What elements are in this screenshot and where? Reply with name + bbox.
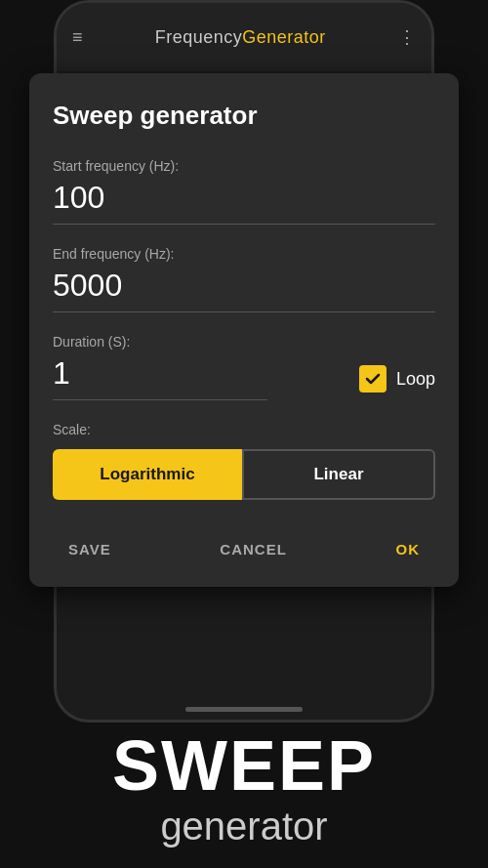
start-frequency-value[interactable]: 100 — [53, 180, 435, 225]
loop-label: Loop — [396, 369, 435, 390]
duration-label: Duration (S): — [53, 334, 359, 350]
duration-value[interactable]: 1 — [53, 355, 267, 400]
logarithmic-button[interactable]: Logarithmic — [53, 449, 242, 500]
save-button[interactable]: SAVE — [53, 531, 127, 567]
app-title: FrequencyGenerator — [155, 27, 326, 48]
title-part1: Frequency — [155, 27, 243, 47]
hamburger-icon[interactable]: ≡ — [72, 27, 83, 48]
start-frequency-label: Start frequency (Hz): — [53, 158, 435, 174]
scale-buttons: Logarithmic Linear — [53, 449, 435, 500]
end-frequency-label: End frequency (Hz): — [53, 246, 435, 262]
phone-background: ≡ FrequencyGenerator ⋮ Sweep generator S… — [0, 0, 488, 868]
sweep-generator-dialog: Sweep generator Start frequency (Hz): 10… — [29, 73, 459, 587]
cancel-button[interactable]: CANCEL — [204, 531, 303, 567]
generator-text: generator — [0, 805, 488, 848]
title-part2: Generator — [242, 27, 326, 47]
app-bar: ≡ FrequencyGenerator ⋮ — [57, 3, 431, 71]
phone-notch — [185, 707, 303, 712]
duration-section: Duration (S): 1 — [53, 334, 359, 400]
linear-button[interactable]: Linear — [242, 449, 435, 500]
dialog-actions: SAVE CANCEL OK — [53, 527, 435, 567]
loop-checkbox[interactable] — [359, 365, 386, 393]
ok-button[interactable]: OK — [380, 531, 435, 567]
scale-label: Scale: — [53, 422, 435, 437]
duration-loop-row: Duration (S): 1 Loop — [53, 334, 435, 400]
dialog-title: Sweep generator — [53, 101, 435, 131]
bottom-text-area: SWEEP generator — [0, 730, 488, 848]
more-icon[interactable]: ⋮ — [398, 26, 416, 48]
loop-section: Loop — [359, 365, 435, 400]
checkmark-icon — [364, 370, 382, 388]
end-frequency-value[interactable]: 5000 — [53, 268, 435, 312]
sweep-text: SWEEP — [0, 730, 488, 801]
